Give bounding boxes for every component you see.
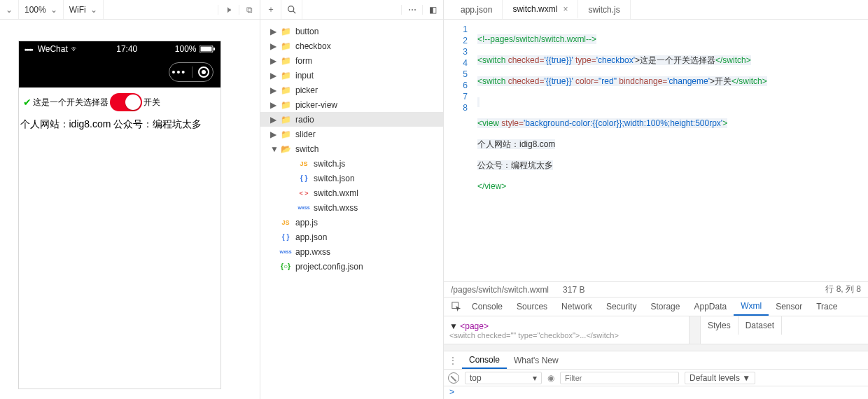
wxss-icon: wxss: [280, 249, 291, 254]
folder-icon: 📁: [280, 71, 291, 80]
editor-tab[interactable]: switch.wxml×: [503, 0, 578, 19]
tab-label: switch.wxml: [512, 4, 557, 14]
zoom-dropdown[interactable]: 100% ⌄: [19, 0, 64, 19]
folder-icon: 📁: [280, 85, 291, 95]
info-text: 个人网站：idig8.com 公众号：编程坑太多: [19, 117, 220, 136]
signal-icon: [24, 44, 35, 54]
phone-frame: WeChat ᯤ 17:40 100% ••• ✔ 这是一个开关选择器: [18, 41, 221, 389]
tree-node[interactable]: wxssswitch.wxss: [260, 200, 443, 215]
tree-node[interactable]: ▶📁input: [260, 68, 443, 83]
console-output[interactable]: >: [444, 386, 868, 399]
editor-tab[interactable]: switch.js: [578, 0, 630, 19]
levels-dropdown[interactable]: Default levels ▼: [685, 372, 755, 384]
chevron-down-icon: ⌄: [90, 5, 97, 15]
code-text[interactable]: <!--pages/switch/switch.wxml--> <switch …: [475, 20, 868, 281]
top-toolbar: ⌄ 100% ⌄ WiFi ⌄ 🕨 ⧉ ＋ ⋯ ◧ app.jsonswitch…: [0, 0, 868, 20]
filter-input[interactable]: [560, 372, 679, 384]
tab-label: switch.js: [588, 5, 620, 15]
network-dropdown[interactable]: WiFi ⌄: [64, 0, 104, 19]
svg-rect-4: [214, 48, 215, 50]
folder-icon: 📁: [280, 115, 291, 125]
panel-resizer[interactable]: [444, 344, 868, 351]
dataset-tab[interactable]: Dataset: [738, 316, 782, 335]
devtools-tab-appdata[interactable]: AppData: [687, 298, 734, 316]
folder-open-icon: 📂: [280, 144, 291, 154]
tree-node[interactable]: JSapp.js: [260, 215, 443, 230]
split-editor-button[interactable]: ◧: [422, 5, 443, 15]
tree-label: picker-view: [295, 100, 337, 110]
code-editor[interactable]: 12345678 <!--pages/switch/switch.wxml-->…: [444, 20, 868, 281]
tab-console[interactable]: Console: [462, 351, 507, 369]
tree-node[interactable]: wxssapp.wxss: [260, 244, 443, 259]
tree-node[interactable]: ▶📁button: [260, 24, 443, 38]
more-button[interactable]: ⋯: [401, 5, 422, 15]
devtools-tab-sensor[interactable]: Sensor: [769, 298, 809, 316]
folder-icon: 📁: [280, 130, 291, 139]
checkbox-label: 这是一个开关选择器: [33, 97, 108, 108]
chevron-down-icon: ⌄: [50, 5, 57, 15]
inspect-icon[interactable]: [448, 302, 465, 312]
editor-tab[interactable]: app.json: [451, 0, 503, 19]
tree-label: input: [295, 71, 314, 80]
devtools-tab-console[interactable]: Console: [465, 298, 510, 316]
devtools-sidepanel: Styles Dataset: [700, 316, 868, 344]
styles-tab[interactable]: Styles: [701, 316, 738, 335]
json-icon: { }: [298, 174, 309, 182]
simulator-pane: WeChat ᯤ 17:40 100% ••• ✔ 这是一个开关选择器: [0, 20, 260, 399]
devtools-tabbar: ConsoleSourcesNetworkSecurityStorageAppD…: [444, 297, 868, 316]
tree-node[interactable]: ▶📁form: [260, 53, 443, 68]
devtools-tab-trace[interactable]: Trace: [809, 298, 844, 316]
expand-arrow-icon: ▶: [270, 41, 276, 51]
tree-node[interactable]: { }app.json: [260, 230, 443, 244]
devtools-tab-storage[interactable]: Storage: [643, 298, 687, 316]
console-controls: top▾ ◉ Default levels ▼: [444, 370, 868, 386]
expand-arrow-icon: ▶: [270, 56, 276, 66]
tree-node[interactable]: ▶📁radio: [260, 112, 443, 127]
file-explorer[interactable]: ▶📁button▶📁checkbox▶📁form▶📁input▶📁picker▶…: [260, 20, 444, 399]
folder-icon: 📁: [280, 100, 291, 110]
folder-icon: 📁: [280, 27, 291, 36]
tree-label: project.config.json: [295, 262, 363, 272]
clear-console-icon[interactable]: [448, 372, 459, 384]
tree-label: switch: [295, 144, 318, 154]
zoom-value: 100%: [24, 5, 46, 15]
tree-node[interactable]: ▶📁picker: [260, 83, 443, 97]
devtools-tab-security[interactable]: Security: [599, 298, 643, 316]
scrollbar[interactable]: [689, 316, 700, 344]
tree-node[interactable]: < >switch.wxml: [260, 186, 443, 200]
tree-label: switch.wxml: [314, 188, 358, 198]
search-button[interactable]: [281, 0, 302, 19]
tree-node[interactable]: ▼📂switch: [260, 141, 443, 156]
checkbox-icon[interactable]: ✔: [23, 97, 31, 108]
tree-node[interactable]: { }switch.json: [260, 171, 443, 186]
tree-node[interactable]: ▶📁picker-view: [260, 97, 443, 112]
live-expression-icon[interactable]: ◉: [547, 373, 554, 383]
mute-icon[interactable]: 🕨: [218, 5, 239, 15]
devtools-tab-wxml[interactable]: Wxml: [734, 298, 769, 316]
search-icon: [287, 5, 296, 14]
close-icon[interactable]: ×: [563, 4, 568, 14]
battery-pct: 100%: [175, 44, 197, 54]
devtools-tab-network[interactable]: Network: [554, 298, 599, 316]
tree-label: app.js: [295, 218, 318, 227]
checkbox-row: ✔ 这是一个开关选择器 开关: [19, 88, 220, 117]
tree-label: slider: [295, 130, 316, 139]
tree-node[interactable]: JSswitch.js: [260, 156, 443, 171]
console-menu-icon[interactable]: ⋮: [444, 356, 462, 365]
capsule-button[interactable]: •••: [169, 62, 214, 82]
editor-tab-bar: app.jsonswitch.wxml×switch.js: [444, 0, 868, 19]
tab-whats-new[interactable]: What's New: [507, 351, 566, 369]
tree-node[interactable]: {○}project.config.json: [260, 259, 443, 274]
devtools-tab-sources[interactable]: Sources: [510, 298, 554, 316]
tree-node[interactable]: ▶📁slider: [260, 127, 443, 141]
context-dropdown[interactable]: top▾: [465, 372, 542, 384]
tree-node[interactable]: ▶📁checkbox: [260, 38, 443, 53]
switch-toggle[interactable]: [110, 93, 142, 111]
device-dropdown[interactable]: ⌄: [0, 0, 19, 19]
editor-pane: 12345678 <!--pages/switch/switch.wxml-->…: [444, 20, 868, 399]
folder-icon: 📁: [280, 56, 291, 66]
detach-icon[interactable]: ⧉: [239, 5, 260, 15]
new-file-button[interactable]: ＋: [260, 0, 281, 19]
wxml-tree[interactable]: ▼ <page> <switch checked="" type="checkb…: [444, 316, 689, 344]
phone-navbar: •••: [19, 57, 220, 88]
